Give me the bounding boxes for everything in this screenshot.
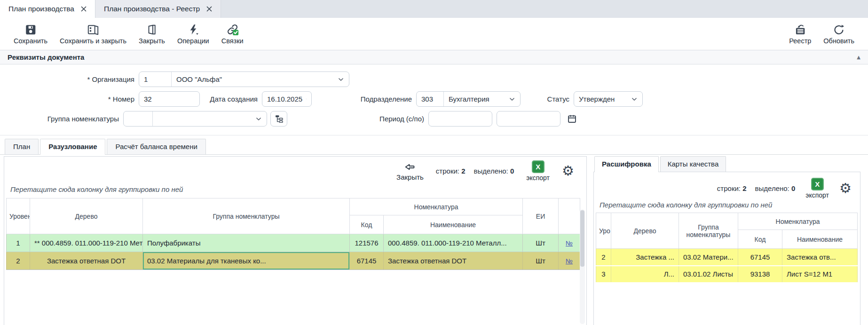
cell-code[interactable]: 67145 [350, 252, 384, 270]
vertical-scrollbar[interactable] [580, 209, 585, 324]
col-header-tree[interactable]: Дерево [611, 213, 679, 249]
col-header-level[interactable]: Уро [596, 213, 611, 249]
col-header-level[interactable]: Уровен [7, 198, 30, 234]
save-and-close-button[interactable]: Сохранить и закрыть [60, 24, 126, 45]
detail-tabbar: Расшифровка Карты качества [593, 156, 860, 172]
cell-code[interactable]: 67145 [738, 249, 782, 266]
creation-date-label: Дата создания [200, 95, 262, 103]
cell-tree[interactable]: Л... [611, 266, 679, 283]
tab-razuzlovanie[interactable]: Разузлование [40, 139, 105, 155]
window-tab-plan-registry[interactable]: План производства - Реестр [95, 0, 221, 18]
col-header-nomenclature[interactable]: Номенклатура [350, 198, 523, 215]
razuzlovanie-table: Уровен Дерево Группа номенклатуры Номенк… [6, 198, 580, 270]
col-header-code[interactable]: Код [350, 215, 384, 234]
window-tab-label: План производства - Реестр [104, 5, 200, 13]
table-row[interactable]: 2 Застежка ... 03.02 Матери... 67145 Зас… [596, 249, 858, 266]
tab-time-balance[interactable]: Расчёт баланса времени [107, 139, 205, 154]
period-calendar-button[interactable] [567, 114, 577, 124]
creation-date-field[interactable]: 16.10.2025 [262, 91, 312, 107]
close-icon[interactable] [81, 6, 87, 12]
col-header-tree[interactable]: Дерево [30, 198, 143, 234]
calendar-icon[interactable] [306, 95, 307, 103]
nomenclature-tree-button[interactable] [270, 111, 287, 127]
operations-button[interactable]: Операции [177, 24, 209, 45]
cell-group[interactable]: Полуфабрикаты [143, 234, 350, 252]
cell-level[interactable]: 1 [7, 234, 30, 252]
grid-settings-gear-icon[interactable]: ⚙ [839, 182, 852, 195]
organization-name: ООО "Альфа" [176, 75, 222, 83]
collapse-section-icon[interactable]: ▲ [857, 55, 860, 60]
organization-field[interactable]: 1 ООО "Альфа" [139, 71, 349, 87]
col-header-name[interactable]: Наименование [384, 215, 523, 234]
tab-rasshifrovka[interactable]: Расшифровка [594, 156, 659, 172]
tab-quality-cards[interactable]: Карты качества [660, 156, 726, 172]
cell-name[interactable]: 000.4859. 011.000-119-210 Металл... [384, 234, 523, 252]
window-tab-plan[interactable]: План производства [0, 0, 95, 18]
department-field[interactable]: 303 Бухгалтерия [416, 91, 521, 107]
grid-close-button[interactable]: Закрыть [396, 161, 424, 181]
num-link[interactable]: № [566, 257, 573, 265]
col-header-group[interactable]: Группа номенклатуры [679, 213, 738, 249]
col-header-num[interactable] [559, 198, 580, 234]
col-header-code[interactable]: Код [738, 230, 782, 249]
nomenclature-group-select[interactable] [153, 111, 267, 126]
grid-stats: строки: 2 выделено: 0 [436, 167, 514, 175]
cell-tree[interactable]: Застежка ... [611, 249, 679, 266]
cell-name[interactable]: Застежка ответная DOT [384, 252, 523, 270]
table-row[interactable]: 3 Л... 03.01.02 Листы 93138 Лист S=12 М1 [596, 266, 858, 283]
creation-date-value: 16.10.2025 [267, 95, 302, 103]
detail-grid-toolbar: строки: 2 выделено: 0 X экспорт ⚙ [594, 172, 860, 199]
selected-count: выделено: 0 [755, 184, 796, 192]
col-header-nomenclature[interactable]: Номенклатура [738, 213, 858, 230]
chevron-down-icon [338, 76, 344, 83]
save-button[interactable]: Сохранить [14, 24, 47, 45]
col-header-name[interactable]: Наименование [782, 230, 858, 249]
col-header-unit[interactable]: ЕИ [523, 198, 559, 234]
department-select[interactable]: Бухгалтерия [444, 92, 520, 106]
cell-unit[interactable]: Шт [523, 234, 559, 252]
period-to-input[interactable] [497, 111, 560, 127]
cell-group[interactable]: 03.01.02 Листы [679, 266, 738, 283]
grid-settings-gear-icon[interactable]: ⚙ [562, 164, 574, 178]
period-from-input[interactable] [428, 111, 492, 127]
cell-level[interactable]: 2 [596, 249, 611, 266]
refresh-button[interactable]: Обновить [823, 24, 854, 45]
cell-tree[interactable]: ** 000.4859. 011.000-119-210 Металлорука… [30, 234, 143, 252]
table-row-selected[interactable]: 2 Застежка ответная DOT 03.02 Материалы … [7, 252, 580, 270]
number-input[interactable] [139, 91, 200, 107]
num-link[interactable]: № [566, 239, 573, 247]
cell-unit[interactable]: Шт [523, 252, 559, 270]
toolbar-button-label: Связки [221, 37, 244, 45]
organization-select[interactable]: ООО "Альфа" [172, 72, 349, 87]
cell-name[interactable]: Застежка отв... [782, 249, 858, 266]
cell-group[interactable]: 03.02 Матери... [679, 249, 738, 266]
cell-level[interactable]: 3 [596, 266, 611, 283]
registry-button[interactable]: Реестр [789, 24, 811, 45]
cell-code[interactable]: 93138 [738, 266, 782, 283]
scrollbar-thumb[interactable] [580, 210, 584, 267]
export-label: экспорт [526, 174, 550, 182]
rows-count: строки: 2 [717, 184, 747, 192]
links-button[interactable]: Связки [221, 23, 244, 45]
cell-group-focused[interactable]: 03.02 Материалы для тканевых ко... [143, 252, 350, 270]
nomenclature-group-field[interactable] [123, 111, 267, 127]
organization-code[interactable]: 1 [139, 72, 172, 87]
cell-tree[interactable]: Застежка ответная DOT [30, 252, 143, 270]
department-code[interactable]: 303 [417, 92, 444, 106]
cell-name[interactable]: Лист S=12 М1 [782, 266, 858, 283]
table-row[interactable]: 1 ** 000.4859. 011.000-119-210 Металлору… [7, 234, 580, 252]
grid-close-label: Закрыть [396, 173, 424, 181]
close-button[interactable]: Закрыть [139, 24, 165, 45]
tab-plan[interactable]: План [5, 139, 39, 154]
razuzlovanie-grid-panel: Закрыть строки: 2 выделено: 0 X экспорт … [4, 156, 587, 325]
cell-level[interactable]: 2 [7, 252, 30, 270]
close-icon[interactable] [206, 6, 212, 12]
col-header-group[interactable]: Группа номенклатуры [143, 198, 350, 234]
export-excel-button[interactable]: X экспорт [526, 160, 550, 182]
door-close-icon [146, 24, 158, 36]
status-select[interactable]: Утвержден [574, 91, 643, 107]
export-excel-button[interactable]: X экспорт [805, 178, 829, 199]
cell-code[interactable]: 121576 [350, 234, 384, 252]
nomenclature-group-code[interactable] [124, 111, 153, 126]
window-tab-label: План производства [8, 5, 74, 13]
